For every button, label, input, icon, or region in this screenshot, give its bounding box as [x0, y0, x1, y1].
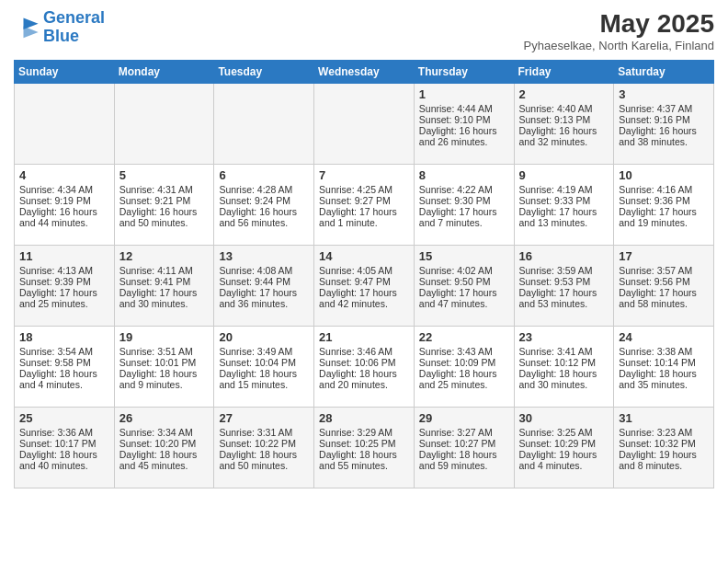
calendar-day-cell — [15, 84, 115, 165]
sunrise-text: Sunrise: 4:25 AM — [319, 184, 409, 195]
day-number: 12 — [119, 249, 210, 263]
daylight-text: Daylight: 17 hours and 13 minutes. — [519, 206, 609, 228]
calendar-day-cell: 23Sunrise: 3:41 AMSunset: 10:12 PMDaylig… — [514, 327, 614, 408]
title-block: May 2025 Pyhaeselkae, North Karelia, Fin… — [524, 9, 714, 52]
calendar-body: 1Sunrise: 4:44 AMSunset: 9:10 PMDaylight… — [15, 84, 714, 488]
calendar-day-cell — [214, 84, 314, 165]
sunset-text: Sunset: 9:39 PM — [19, 276, 109, 287]
day-number: 19 — [119, 330, 210, 344]
sunset-text: Sunset: 9:30 PM — [419, 195, 509, 206]
calendar-table: SundayMondayTuesdayWednesdayThursdayFrid… — [14, 60, 714, 488]
calendar-day-cell: 4Sunrise: 4:34 AMSunset: 9:19 PMDaylight… — [15, 165, 115, 246]
daylight-text: Daylight: 18 hours and 30 minutes. — [519, 368, 609, 390]
daylight-text: Daylight: 16 hours and 38 minutes. — [619, 125, 709, 147]
sunrise-text: Sunrise: 4:28 AM — [219, 184, 309, 195]
sunrise-text: Sunrise: 4:02 AM — [419, 265, 509, 276]
calendar-day-cell: 14Sunrise: 4:05 AMSunset: 9:47 PMDayligh… — [314, 246, 415, 327]
logo-icon — [14, 15, 40, 40]
calendar-day-cell: 11Sunrise: 4:13 AMSunset: 9:39 PMDayligh… — [15, 246, 115, 327]
calendar-day-cell: 13Sunrise: 4:08 AMSunset: 9:44 PMDayligh… — [214, 246, 314, 327]
sunset-text: Sunset: 9:47 PM — [319, 276, 409, 287]
sunrise-text: Sunrise: 3:41 AM — [519, 346, 609, 357]
sunrise-text: Sunrise: 4:44 AM — [419, 103, 509, 114]
day-number: 23 — [519, 330, 609, 344]
daylight-text: Daylight: 18 hours and 20 minutes. — [319, 368, 409, 390]
calendar-day-cell: 17Sunrise: 3:57 AMSunset: 9:56 PMDayligh… — [614, 246, 714, 327]
daylight-text: Daylight: 17 hours and 7 minutes. — [419, 206, 509, 228]
sunrise-text: Sunrise: 4:16 AM — [619, 184, 709, 195]
day-of-week-header: Tuesday — [214, 61, 314, 84]
day-number: 13 — [219, 249, 309, 263]
sunset-text: Sunset: 9:58 PM — [19, 357, 109, 368]
sunset-text: Sunset: 10:29 PM — [519, 438, 609, 449]
day-number: 8 — [419, 168, 509, 182]
calendar-day-cell: 28Sunrise: 3:29 AMSunset: 10:25 PMDaylig… — [314, 408, 415, 488]
calendar-header: SundayMondayTuesdayWednesdayThursdayFrid… — [15, 61, 714, 84]
daylight-text: Daylight: 16 hours and 44 minutes. — [19, 206, 109, 228]
day-number: 3 — [619, 87, 709, 101]
sunrise-text: Sunrise: 4:11 AM — [119, 265, 210, 276]
sunrise-text: Sunrise: 4:22 AM — [419, 184, 509, 195]
sunset-text: Sunset: 10:17 PM — [19, 438, 109, 449]
calendar-day-cell: 27Sunrise: 3:31 AMSunset: 10:22 PMDaylig… — [214, 408, 314, 488]
sunset-text: Sunset: 10:20 PM — [119, 438, 210, 449]
daylight-text: Daylight: 17 hours and 58 minutes. — [619, 287, 709, 309]
day-number: 27 — [219, 411, 309, 425]
day-number: 9 — [519, 168, 609, 182]
calendar-day-cell: 21Sunrise: 3:46 AMSunset: 10:06 PMDaylig… — [314, 327, 415, 408]
day-number: 4 — [19, 168, 109, 182]
calendar-day-cell: 15Sunrise: 4:02 AMSunset: 9:50 PMDayligh… — [414, 246, 514, 327]
sunset-text: Sunset: 10:06 PM — [319, 357, 409, 368]
sunrise-text: Sunrise: 3:59 AM — [519, 265, 609, 276]
sunrise-text: Sunrise: 3:34 AM — [119, 427, 210, 438]
sunrise-text: Sunrise: 3:31 AM — [219, 427, 309, 438]
day-number: 29 — [419, 411, 509, 425]
sunset-text: Sunset: 9:56 PM — [619, 276, 709, 287]
day-number: 17 — [619, 249, 709, 263]
calendar-day-cell: 16Sunrise: 3:59 AMSunset: 9:53 PMDayligh… — [514, 246, 614, 327]
sunset-text: Sunset: 9:16 PM — [619, 114, 709, 125]
calendar-day-cell: 12Sunrise: 4:11 AMSunset: 9:41 PMDayligh… — [114, 246, 214, 327]
daylight-text: Daylight: 16 hours and 56 minutes. — [219, 206, 309, 228]
day-of-week-header: Friday — [514, 61, 614, 84]
calendar-day-cell: 25Sunrise: 3:36 AMSunset: 10:17 PMDaylig… — [15, 408, 115, 488]
sunrise-text: Sunrise: 3:27 AM — [419, 427, 509, 438]
sunset-text: Sunset: 10:32 PM — [619, 438, 709, 449]
day-of-week-header: Saturday — [614, 61, 714, 84]
daylight-text: Daylight: 17 hours and 25 minutes. — [19, 287, 109, 309]
daylight-text: Daylight: 16 hours and 50 minutes. — [119, 206, 210, 228]
header-row: SundayMondayTuesdayWednesdayThursdayFrid… — [15, 61, 714, 84]
day-number: 7 — [319, 168, 409, 182]
sunrise-text: Sunrise: 4:08 AM — [219, 265, 309, 276]
calendar-day-cell: 7Sunrise: 4:25 AMSunset: 9:27 PMDaylight… — [314, 165, 415, 246]
day-number: 14 — [319, 249, 409, 263]
daylight-text: Daylight: 18 hours and 40 minutes. — [19, 449, 109, 471]
daylight-text: Daylight: 18 hours and 25 minutes. — [419, 368, 509, 390]
sunset-text: Sunset: 9:53 PM — [519, 276, 609, 287]
sunset-text: Sunset: 10:09 PM — [419, 357, 509, 368]
sunrise-text: Sunrise: 4:05 AM — [319, 265, 409, 276]
day-of-week-header: Sunday — [15, 61, 115, 84]
sunrise-text: Sunrise: 4:31 AM — [119, 184, 210, 195]
sunset-text: Sunset: 9:27 PM — [319, 195, 409, 206]
sunrise-text: Sunrise: 3:49 AM — [219, 346, 309, 357]
daylight-text: Daylight: 17 hours and 36 minutes. — [219, 287, 309, 309]
daylight-text: Daylight: 18 hours and 55 minutes. — [319, 449, 409, 471]
calendar-week-row: 25Sunrise: 3:36 AMSunset: 10:17 PMDaylig… — [15, 408, 714, 488]
logo-text: General Blue — [43, 9, 105, 46]
day-number: 1 — [419, 87, 509, 101]
sunset-text: Sunset: 10:22 PM — [219, 438, 309, 449]
sunset-text: Sunset: 9:13 PM — [519, 114, 609, 125]
day-of-week-header: Wednesday — [314, 61, 415, 84]
sunset-text: Sunset: 9:44 PM — [219, 276, 309, 287]
month-title: May 2025 — [524, 9, 714, 39]
day-number: 30 — [519, 411, 609, 425]
day-number: 25 — [19, 411, 109, 425]
sunrise-text: Sunrise: 3:38 AM — [619, 346, 709, 357]
calendar-day-cell: 26Sunrise: 3:34 AMSunset: 10:20 PMDaylig… — [114, 408, 214, 488]
day-number: 5 — [119, 168, 210, 182]
sunset-text: Sunset: 10:27 PM — [419, 438, 509, 449]
logo: General Blue — [14, 9, 105, 46]
calendar-day-cell: 20Sunrise: 3:49 AMSunset: 10:04 PMDaylig… — [214, 327, 314, 408]
sunrise-text: Sunrise: 3:23 AM — [619, 427, 709, 438]
